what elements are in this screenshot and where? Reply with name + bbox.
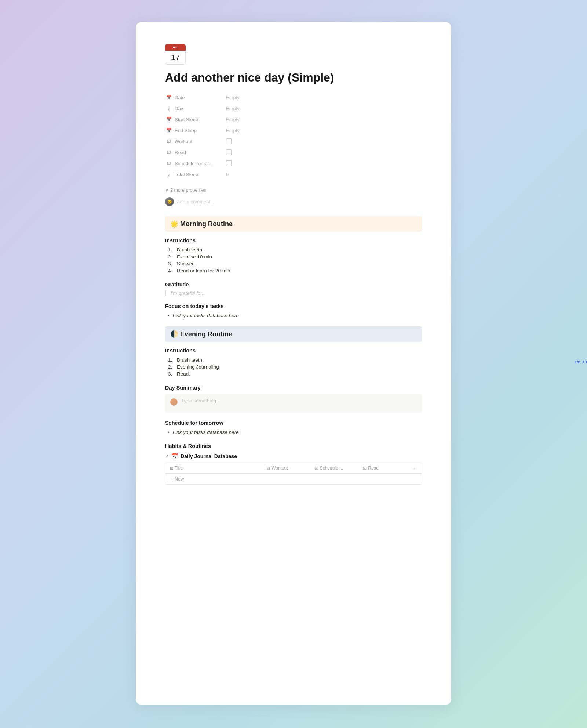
list-item: 1.Brush teeth. [168, 356, 422, 363]
total-sleep-label: Total Sleep [175, 172, 226, 177]
property-end-sleep: 📅 End Sleep Empty [165, 125, 422, 136]
focus-list: Link your tasks database here [165, 312, 422, 319]
db-new-row-button[interactable]: + New [165, 474, 422, 484]
start-sleep-label: Start Sleep [175, 117, 226, 122]
end-sleep-label: End Sleep [175, 128, 226, 133]
list-item: 4.Read or learn for 20 min. [168, 267, 422, 274]
list-item: 2.Evening Journaling [168, 363, 422, 370]
evening-instructions-list: 1.Brush teeth. 2.Evening Journaling 3.Re… [165, 356, 422, 377]
schedule-tomorrow-block: Schedule for tomorrow Link your tasks da… [165, 420, 422, 436]
db-col-workout-label: Workout [271, 466, 288, 471]
gratitude-placeholder[interactable]: I'm grateful for... [165, 290, 422, 296]
check-read-icon: ☑ [363, 466, 367, 471]
calendar-end-sleep-icon: 📅 [165, 127, 172, 134]
plus-icon: + [170, 477, 172, 482]
property-day: ∑ Day Empty [165, 103, 422, 114]
property-total-sleep: ∑ Total Sleep 0 [165, 169, 422, 180]
db-title[interactable]: Daily Journal Database [181, 453, 237, 459]
total-sleep-value: 0 [226, 172, 229, 177]
property-start-sleep: 📅 Start Sleep Empty [165, 114, 422, 125]
morning-routine-title: 🌟 Morning Routine [170, 220, 233, 228]
list-item[interactable]: Link your tasks database here [168, 429, 422, 436]
grid-icon: ⊞ [170, 466, 173, 471]
more-properties-toggle[interactable]: ∨ 2 more properties [165, 187, 422, 193]
db-table: ⊞ Title ☑ Workout ☑ Schedule ... ☑ Read … [165, 463, 422, 485]
schedule-link[interactable]: Link your tasks database here [173, 430, 239, 435]
db-col-title-label: Title [175, 466, 183, 471]
gratitude-block: Gratitude I'm grateful for... [165, 282, 422, 296]
focus-block: Focus on today's tasks Link your tasks d… [165, 303, 422, 319]
workout-label: Workout [175, 139, 226, 144]
list-item: 3.Read. [168, 370, 422, 377]
property-schedule-tomorrow[interactable]: ☑ Schedule Tomor... [165, 158, 422, 169]
end-sleep-value: Empty [226, 128, 240, 133]
evening-instructions-block: Instructions 1.Brush teeth. 2.Evening Jo… [165, 348, 422, 377]
workout-checkbox[interactable] [226, 138, 232, 144]
morning-instructions-block: Instructions 1.Brush teeth. 2.Exercise 1… [165, 238, 422, 274]
morning-routine-header: 🌟 Morning Routine [165, 216, 422, 232]
sigma-icon-day: ∑ [165, 105, 172, 112]
db-col-workout: ☑ Workout [266, 465, 315, 471]
list-item[interactable]: Link your tasks database here [168, 312, 422, 319]
maray-label: MARAY.AI [575, 360, 587, 364]
date-value: Empty [226, 95, 240, 100]
read-checkbox[interactable] [226, 149, 232, 155]
check-schedule-icon: ☑ [315, 466, 318, 471]
habits-heading: Habits & Routines [165, 443, 422, 449]
focus-heading: Focus on today's tasks [165, 303, 422, 309]
check-workout-icon: ☑ [266, 466, 270, 471]
avatar: 🙂 [165, 197, 174, 206]
db-arrow-icon: ↗ [165, 454, 169, 459]
evening-instructions-heading: Instructions [165, 348, 422, 354]
new-row-label: New [175, 477, 184, 482]
checkbox-read-icon: ☑ [165, 149, 172, 156]
checkbox-workout-icon: ☑ [165, 138, 172, 145]
gratitude-heading: Gratitude [165, 282, 422, 287]
list-item: 3.Shower. [168, 260, 422, 267]
add-column-button[interactable]: + [411, 465, 417, 471]
list-item: 2.Exercise 10 min. [168, 253, 422, 260]
evening-routine-title: 🌓 Evening Routine [170, 330, 232, 338]
evening-routine-header: 🌓 Evening Routine [165, 326, 422, 342]
start-sleep-value: Empty [226, 117, 240, 122]
chevron-down-icon: ∨ [165, 187, 169, 193]
more-properties-label: 2 more properties [170, 188, 206, 193]
properties-table: 📅 Date Empty ∑ Day Empty 📅 Start Sleep E… [165, 92, 422, 180]
morning-instructions-list: 1.Brush teeth. 2.Exercise 10 min. 3.Show… [165, 246, 422, 274]
list-item: 1.Brush teeth. [168, 246, 422, 253]
focus-link[interactable]: Link your tasks database here [173, 313, 239, 318]
db-emoji: 📅 [171, 453, 178, 460]
schedule-tomorrow-list: Link your tasks database here [165, 429, 422, 436]
day-label: Day [175, 106, 226, 111]
db-col-title: ⊞ Title [170, 465, 266, 471]
date-label: Date [175, 95, 226, 100]
calendar-day: 17 [165, 51, 186, 65]
page-card: JUL 17 Add another nice day (Simple) 📅 D… [136, 22, 451, 705]
day-summary-heading: Day Summary [165, 385, 422, 391]
db-col-schedule-label: Schedule ... [320, 466, 343, 471]
page-title: Add another nice day (Simple) [165, 70, 422, 84]
sigma-total-sleep-icon: ∑ [165, 171, 172, 178]
calendar-month: JUL [165, 44, 186, 51]
db-col-schedule: ☑ Schedule ... [315, 465, 363, 471]
db-col-read: ☑ Read [363, 465, 411, 471]
calendar-icon: JUL 17 [165, 44, 186, 65]
morning-instructions-heading: Instructions [165, 238, 422, 243]
comment-row[interactable]: 🙂 Add a comment... [165, 197, 422, 206]
db-title-row: ↗ 📅 Daily Journal Database [165, 453, 422, 460]
property-workout[interactable]: ☑ Workout [165, 136, 422, 147]
day-value: Empty [226, 106, 240, 111]
summary-avatar [170, 398, 178, 406]
calendar-start-sleep-icon: 📅 [165, 116, 172, 123]
schedule-checkbox[interactable] [226, 160, 232, 166]
db-col-read-label: Read [368, 466, 379, 471]
day-summary-block: Day Summary Type something... [165, 385, 422, 413]
db-table-header: ⊞ Title ☑ Workout ☑ Schedule ... ☑ Read … [165, 463, 422, 474]
schedule-label: Schedule Tomor... [175, 161, 226, 166]
summary-placeholder: Type something... [181, 398, 220, 403]
day-summary-input[interactable]: Type something... [165, 394, 422, 413]
calendar-prop-icon: 📅 [165, 94, 172, 101]
read-label: Read [175, 150, 226, 155]
property-read[interactable]: ☑ Read [165, 147, 422, 158]
comment-placeholder: Add a comment... [177, 199, 214, 204]
